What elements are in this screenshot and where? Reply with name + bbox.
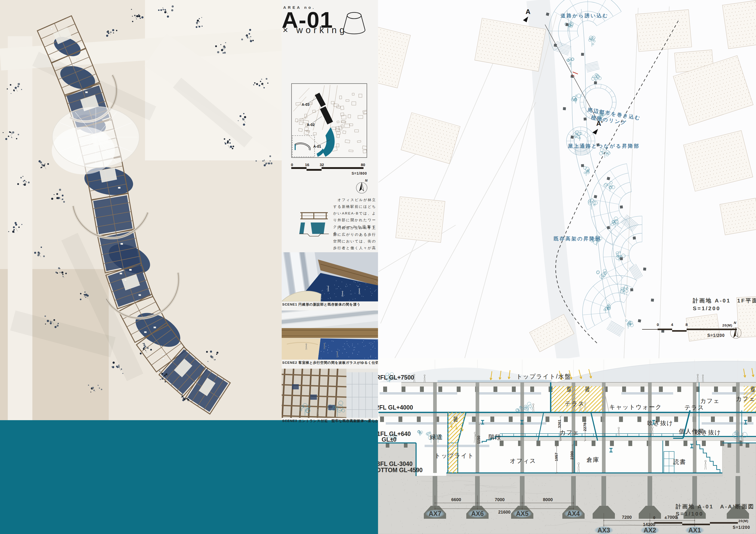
teal-color-block: [0, 420, 378, 534]
span-dim: 7000: [495, 497, 505, 502]
room-label: 吹き抜け: [647, 419, 673, 427]
map-label-a01: A-01: [313, 144, 321, 148]
level-label: BFL GL-3040: [378, 461, 413, 468]
scalebar-tick: 0: [291, 163, 293, 167]
axis-label: AX3: [594, 526, 613, 534]
section-title: 計画地 A-01 A-A'断面図: [676, 503, 755, 510]
model-photo: [0, 0, 282, 420]
scalebar-tick: 0: [653, 515, 655, 520]
locator-map: [291, 83, 367, 158]
height-dim: 1957: [554, 452, 558, 461]
scene3-photo: [282, 369, 378, 418]
axis-label: AX2: [640, 526, 660, 534]
model-photo-rendering: [0, 0, 282, 420]
scene2-photo: [282, 311, 378, 360]
map-label-a02: A-02: [307, 123, 314, 127]
axis-label: AX6: [468, 510, 487, 518]
north-label: N: [734, 321, 736, 325]
scene1-photo: [282, 252, 378, 301]
scalebar-note: S=1/200: [733, 525, 750, 530]
scalebar-end: 20(M): [739, 519, 748, 523]
locator-scalebar: [291, 166, 366, 171]
span-dim: 21600: [498, 510, 510, 515]
room-label: カフェ: [560, 428, 580, 437]
scene1-caption: SCENE1 円錐形の新設部と既存躯体の間を漂う: [282, 302, 379, 307]
scalebar-tick: 0: [657, 322, 659, 327]
map-label-a03: A-03: [302, 102, 310, 107]
room-label: テラス: [685, 404, 705, 412]
level-label: RFL GL+7500: [378, 374, 414, 381]
north-label: N: [365, 179, 367, 182]
scalebar-end: 20(M): [722, 323, 732, 327]
plan-annotation: 屋上通路とつながる昇降部: [568, 143, 640, 150]
plan-annotation: 道路から誘い込む: [560, 13, 609, 19]
site-plan-drawing: [378, 0, 756, 358]
span-dim: 6600: [451, 497, 461, 502]
scalebar-tick: 32: [320, 163, 324, 167]
presentation-board: AREA no. A-01 × working: [0, 0, 756, 534]
height-dim: 2278: [582, 422, 587, 431]
axis-label: AX1: [685, 526, 704, 534]
room-label: 読書: [673, 458, 686, 466]
room-label: トップライト: [434, 452, 474, 460]
height-dim: 3261: [557, 420, 561, 428]
span-dim: 14200: [643, 522, 655, 527]
drawings-region: A A' 道路から誘い込む 周辺都市を巻き込む 植物のリング 屋上通路とつながる…: [378, 0, 756, 534]
scalebar-tick: 4: [671, 322, 673, 327]
plan-title: 計画地 A-01 1F平面図: [693, 297, 756, 304]
concept-sketch: [298, 210, 330, 237]
terrace-hatch: [552, 386, 603, 412]
room-label: 倉庫: [586, 456, 599, 464]
section-marker-a: A: [526, 8, 530, 16]
axis-label: AX5: [513, 510, 532, 518]
room-label: テラス: [565, 400, 585, 408]
room-label: トップライト/水盤: [516, 372, 571, 381]
level-label: GL±0: [382, 436, 396, 443]
scalebar-tick: 16: [305, 163, 310, 167]
level-label: BOTTOM GL-4590: [378, 467, 422, 474]
room-label: 緑道: [430, 433, 443, 441]
plan-scale: S=1/200: [693, 305, 720, 312]
span-dim: 7200: [622, 515, 632, 520]
scalebar-tick: 80: [361, 163, 365, 167]
scalebar-tick: 4: [664, 515, 667, 520]
height-dim: 2390: [570, 451, 574, 460]
room-label: 階段: [489, 433, 501, 441]
plan-annotation: 既存高架の昇降部: [554, 236, 601, 242]
room-label: キャットウォーク: [609, 403, 662, 411]
scene3-caption: SCENE3 エントランス付近 堅牢な既存高架躯体へ柔らかく誘い込む: [282, 419, 379, 423]
scalebar-tick: 8: [686, 322, 688, 327]
axis-label: AX4: [564, 510, 583, 518]
room-label: 吹き抜け: [695, 428, 721, 437]
room-label: カフェ: [736, 395, 756, 403]
section-scale: S=1/100: [676, 511, 703, 517]
level-label: 2FL GL+4000: [378, 404, 413, 411]
scalebar-note: S=1/800: [352, 171, 367, 175]
axis-label: AX7: [426, 510, 445, 518]
height-dim: 1150: [476, 436, 481, 444]
span-dim: 8000: [543, 497, 553, 502]
room-label: オフィス: [510, 457, 536, 465]
scalebar-note: S=1/200: [707, 333, 725, 338]
info-panel: AREA no. A-01 × working: [282, 0, 378, 420]
theme-title: × working: [283, 25, 347, 35]
scalebar-tick: 8: [676, 515, 678, 520]
scene2-caption: SCENE2 客室棟と歩行空間の間を波板ガラスがゆるく仕切る: [282, 360, 379, 365]
